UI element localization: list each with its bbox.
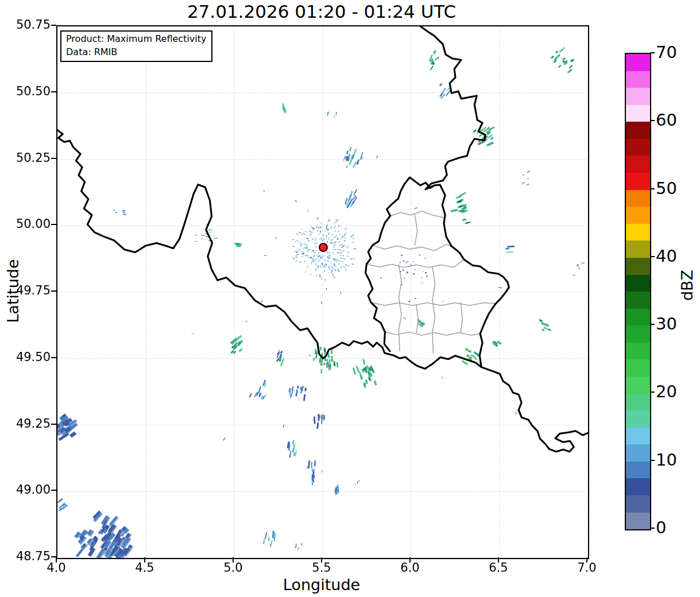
colorbar-tick-mark <box>650 256 655 257</box>
y-tick-mark <box>51 290 56 292</box>
colorbar-tick-mark <box>650 120 655 121</box>
colorbar <box>625 53 651 530</box>
colorbar-segment <box>626 190 650 207</box>
y-tick-label: 49.75 <box>0 284 51 297</box>
colorbar-tick-mark <box>650 52 655 53</box>
colorbar-segment <box>626 105 650 122</box>
y-tick-label: 50.75 <box>0 18 51 32</box>
colorbar-segment <box>626 122 650 139</box>
x-tick-label: 5.0 <box>213 561 253 575</box>
colorbar-tick-mark <box>650 460 655 461</box>
x-tick-label: 6.5 <box>478 561 519 575</box>
y-tick-mark <box>51 556 56 557</box>
colorbar-segment <box>626 462 650 479</box>
map-canvas <box>57 26 588 558</box>
y-tick-label: 48.75 <box>0 549 51 563</box>
x-tick-label: 6.0 <box>390 561 430 575</box>
colorbar-segment <box>626 513 650 530</box>
colorbar-segment <box>626 292 650 309</box>
colorbar-segment <box>626 325 650 343</box>
colorbar-segment <box>626 359 650 377</box>
colorbar-segment <box>626 173 650 190</box>
colorbar-tick-label: 60 <box>656 112 677 129</box>
plot-area: Product: Maximum Reflectivity Data: RMIB <box>56 25 589 559</box>
y-tick-mark <box>51 91 56 92</box>
colorbar-tick-label: 0 <box>656 520 666 536</box>
y-tick-label: 49.00 <box>0 483 51 497</box>
colorbar-segment <box>626 377 650 394</box>
x-tick-label: 4.5 <box>125 561 165 575</box>
colorbar-segment <box>626 428 650 445</box>
colorbar-tick-mark <box>650 391 655 393</box>
colorbar-segment <box>626 275 650 292</box>
x-tick-label: 7.0 <box>567 561 607 575</box>
annotation-box: Product: Maximum Reflectivity Data: RMIB <box>60 30 212 62</box>
colorbar-segment <box>626 54 650 71</box>
colorbar-segment <box>626 309 650 326</box>
annotation-product: Product: Maximum Reflectivity <box>66 33 206 46</box>
x-axis-label: Longitude <box>56 576 587 594</box>
y-tick-mark <box>51 224 56 225</box>
y-tick-label: 50.00 <box>0 217 51 231</box>
y-tick-label: 49.25 <box>0 417 51 431</box>
colorbar-segment <box>626 444 650 462</box>
annotation-source: Data: RMIB <box>66 46 206 59</box>
colorbar-label: dBZ <box>678 270 696 301</box>
y-tick-mark <box>51 490 56 491</box>
y-tick-mark <box>51 158 56 159</box>
colorbar-tick-label: 10 <box>656 452 677 468</box>
colorbar-segment <box>626 156 650 173</box>
colorbar-tick-label: 40 <box>656 248 677 265</box>
colorbar-segment <box>626 241 650 258</box>
colorbar-tick-label: 20 <box>656 383 677 400</box>
colorbar-segment <box>626 139 650 156</box>
colorbar-segment <box>626 394 650 411</box>
y-tick-mark <box>51 25 56 26</box>
colorbar-tick-label: 70 <box>656 44 677 61</box>
colorbar-segment <box>626 410 650 428</box>
colorbar-tick-mark <box>650 528 655 529</box>
y-tick-mark <box>51 357 56 358</box>
y-tick-mark <box>51 424 56 425</box>
y-tick-label: 50.25 <box>0 151 51 165</box>
figure-title: 27.01.2026 01:20 - 01:24 UTC <box>56 1 587 22</box>
colorbar-segment <box>626 88 650 105</box>
colorbar-segment <box>626 224 650 241</box>
y-tick-label: 49.50 <box>0 350 51 364</box>
x-tick-label: 5.5 <box>301 561 342 575</box>
colorbar-segment <box>626 71 650 88</box>
colorbar-segment <box>626 495 650 513</box>
colorbar-tick-mark <box>650 188 655 189</box>
colorbar-segment <box>626 207 650 224</box>
colorbar-segment <box>626 478 650 495</box>
colorbar-tick-label: 50 <box>656 180 677 197</box>
colorbar-segment <box>626 258 650 275</box>
radar-figure: 27.01.2026 01:20 - 01:24 UTC Product: Ma… <box>0 0 700 597</box>
colorbar-tick-mark <box>650 324 655 325</box>
y-tick-label: 50.50 <box>0 84 51 98</box>
colorbar-segment <box>626 343 650 360</box>
colorbar-tick-label: 30 <box>656 316 677 332</box>
